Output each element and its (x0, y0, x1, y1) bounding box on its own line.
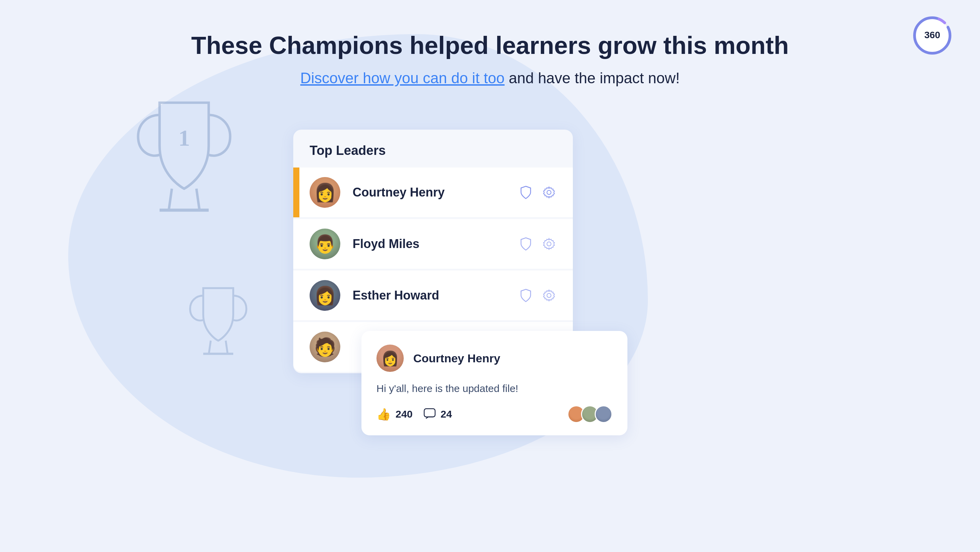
trophy-large-icon: 1 (123, 96, 245, 239)
leader-avatar-4: 🧑 (310, 332, 340, 362)
discover-link[interactable]: Discover how you can do it too (301, 70, 505, 86)
leader-avatar-3: 👩 (310, 280, 340, 311)
shield-icon-2 (518, 236, 533, 251)
leader-icons-1 (518, 185, 557, 200)
chat-actions: 👍 240 24 (377, 405, 612, 423)
gear-icon-2 (541, 236, 557, 251)
comment-icon (423, 408, 436, 420)
badge-360: 360 (912, 15, 953, 56)
shield-icon-3 (518, 288, 533, 303)
subtitle: Discover how you can do it too and have … (0, 70, 980, 87)
chat-commentors (567, 405, 612, 423)
header: These Champions helped learners grow thi… (0, 31, 980, 87)
chat-avatar: 👩 (377, 345, 404, 372)
chat-username: Courtney Henry (413, 352, 500, 365)
gear-icon-3 (541, 288, 557, 303)
chat-likes[interactable]: 👍 240 (377, 407, 413, 421)
comments-count: 24 (441, 408, 452, 420)
leader-name-3: Esther Howard (353, 288, 518, 303)
commentor-avatar-3 (595, 405, 612, 423)
leader-name-2: Floyd Miles (353, 237, 518, 251)
svg-text:1: 1 (178, 125, 190, 151)
svg-text:360: 360 (924, 30, 940, 40)
gear-icon-1 (541, 185, 557, 200)
yellow-accent-bar (293, 168, 299, 217)
leader-icons-3 (518, 288, 557, 303)
leader-icons-2 (518, 236, 557, 251)
shield-icon-1 (518, 185, 533, 200)
leaders-card-title: Top Leaders (293, 143, 573, 168)
chat-card: 👩 Courtney Henry Hi y'all, here is the u… (361, 331, 627, 436)
leader-avatar-1: 👩 (310, 177, 340, 208)
trophy-small-icon (181, 280, 256, 375)
subtitle-rest: and have the impact now! (509, 70, 679, 86)
chat-message: Hi y'all, here is the updated file! (377, 381, 612, 396)
leader-row-2[interactable]: 👨 Floyd Miles (293, 219, 573, 269)
leader-row-1[interactable]: 👩 Courtney Henry (293, 168, 573, 218)
svg-rect-5 (424, 409, 435, 417)
leader-name-1: Courtney Henry (353, 185, 518, 199)
thumbs-up-icon: 👍 (377, 407, 391, 421)
leader-avatar-2: 👨 (310, 228, 340, 259)
chat-user-row: 👩 Courtney Henry (377, 345, 612, 372)
leader-row-3[interactable]: 👩 Esther Howard (293, 271, 573, 321)
main-title: These Champions helped learners grow thi… (0, 31, 980, 60)
chat-comments[interactable]: 24 (423, 408, 452, 420)
likes-count: 240 (396, 408, 413, 420)
